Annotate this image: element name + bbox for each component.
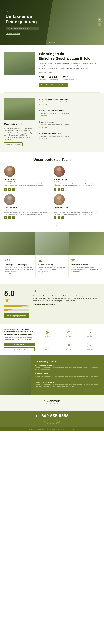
hero-arrows: ⌃ ⌄ <box>98 18 101 26</box>
partner-label-5: COMPANY <box>66 348 71 350</box>
partner-logo-2: COMPANY <box>59 330 78 338</box>
services-footer-link[interactable]: Ärmed vom Freepik <box>47 282 57 283</box>
partners-cta-2[interactable]: MEHR ERFAHREN <box>4 347 35 351</box>
social-linkedin-jeffrey[interactable]: in <box>12 188 15 191</box>
hero-dots <box>49 42 55 43</box>
social-linkedin-ann[interactable]: in <box>61 188 64 191</box>
service-link-3[interactable]: Mehr erfahren <box>71 273 79 275</box>
service-text-2: Excepteur sint occaecat cupidatat provid… <box>38 266 66 272</box>
silhouette-head-ann <box>57 168 61 172</box>
who-title: Wer wir sind <box>4 123 35 126</box>
bring-content: Wir bringen Ihr tägliches Geschäft zum E… <box>39 52 100 87</box>
partner-label-4: COMPANY <box>44 348 50 350</box>
hero-link[interactable]: Alles rund um Finanzen <box>5 33 20 34</box>
social-facebook-ann[interactable]: f <box>54 188 56 191</box>
team-role-rosie: Verkäuferin <box>54 209 61 211</box>
projects-cta-button[interactable]: UNSERE PROJEKTE ZEIGEN → <box>39 83 68 87</box>
footer-social-twitter[interactable]: X <box>50 420 54 424</box>
who-item-link-2[interactable]: Mehr erfahren <box>39 115 100 116</box>
who-item-link-3[interactable]: Mehr erfahren <box>39 126 100 128</box>
hero-arrow-up[interactable]: ⌃ <box>98 18 101 22</box>
silhouette-head <box>8 168 12 172</box>
hero-search-input[interactable] <box>7 28 29 30</box>
team-card-ann: Ann Richmond Manager aeguepti. Litin pos… <box>54 166 100 191</box>
hero-background-image <box>46 0 104 44</box>
team-title: Unser perfektes Team <box>4 158 100 162</box>
stat-unternehmens: 300+ Unternehmen <box>39 76 47 80</box>
who-item-link-4[interactable]: Mehr erfahren <box>39 138 100 139</box>
team-section: Unser perfektes Team Jeffrey Brown Ankun… <box>0 152 104 232</box>
stat-label-3: Zufriedene Mitdirnen <box>63 79 75 80</box>
join-item-2: Verändert Leben Sample text. Click to se… <box>35 373 100 379</box>
team-socials-jeffrey: f X in <box>4 188 15 191</box>
svg-point-1 <box>7 259 8 260</box>
bring-image <box>4 52 35 75</box>
who-item-text-1: Sample fax. Click to ester so from Your … <box>39 101 100 103</box>
who-item-text-2: Sample fax. Click to ester so from Your … <box>39 112 100 114</box>
who-learn-button[interactable]: ERFAHRE ES MEHR <box>4 142 23 146</box>
partner-icon-5 <box>66 342 72 348</box>
team-card-jeffrey: Jeffrey Brown Ankunamen Leiter aeguepti.… <box>4 166 50 191</box>
social-twitter-jeffrey[interactable]: X <box>8 188 11 191</box>
svg-text:O: O <box>47 332 48 334</box>
partner-logo-3: COMPANY <box>80 330 100 338</box>
footer-logo: COMPANY <box>4 399 100 402</box>
social-facebook-alex[interactable]: f <box>4 216 7 219</box>
hero-arrow-down[interactable]: ⌄ <box>98 23 101 26</box>
who-item-1: Unsere Mitarbeiter und Führung Sample fa… <box>39 98 100 107</box>
partners-section: Schließen Sie sich über 1.000 Softwareun… <box>0 324 104 356</box>
social-facebook-rosie[interactable]: f <box>54 216 56 219</box>
svg-rect-9 <box>69 344 70 345</box>
partner-label-3: COMPANY <box>87 336 93 338</box>
footer-nav-link-1[interactable]: JANE SCHREIBE UNS EIN <box>17 406 36 408</box>
footer-phone: +1 800 555 5555 <box>3 414 101 418</box>
social-linkedin-alex[interactable]: in <box>12 216 15 219</box>
hero-dot-2[interactable] <box>51 42 52 43</box>
footer-nav-link-3[interactable]: WEITERE INFORMATIONEN ZU HEINEN <box>59 406 87 408</box>
team-role-ann: Manager <box>54 181 59 182</box>
review-bar-4 <box>4 309 29 310</box>
svg-marker-3 <box>71 258 75 262</box>
team-footer-link[interactable]: Bilder vom Freepik <box>47 225 57 227</box>
join-title: Der Bewegung beitreten <box>35 360 100 362</box>
footer-social-facebook[interactable]: f <box>44 420 48 424</box>
who-item-link-1[interactable]: Mehr erfahren <box>39 104 100 105</box>
svg-marker-12 <box>89 344 91 346</box>
hero-dot-4[interactable] <box>54 42 55 43</box>
service-link-2[interactable]: Mehr erfahren <box>38 273 46 275</box>
service-image-2 <box>35 232 69 254</box>
review-cta-button[interactable]: SEHEN SIE EINE UNSERER ÜBERPRÜFUNGEN <box>4 313 29 318</box>
hero-dot-3[interactable] <box>52 42 53 43</box>
hero-dot-1[interactable] <box>49 42 50 43</box>
partners-title: Schließen Sie sich über 1.000 Softwareun… <box>4 328 35 336</box>
service-image-1 <box>0 232 35 254</box>
footer-socials: f X in <box>3 420 101 424</box>
footer-social-instagram[interactable]: in <box>56 420 60 424</box>
review-right: " Sed dignissim lacinia nunc. Curabitur … <box>33 290 100 305</box>
silhouette-jeffrey <box>4 166 15 177</box>
social-twitter-alex[interactable]: X <box>8 216 11 219</box>
join-image <box>0 356 31 395</box>
team-desc-alex: aeguepti. Litin posuere fames. Duis de I… <box>4 212 50 215</box>
hero-search-wrap[interactable] <box>5 27 39 30</box>
footer-nav-link-2[interactable]: KONTAKTIEREN SIE UNS <box>38 406 56 408</box>
partners-cta-1[interactable]: DATEN AUFLISTEN <box>4 342 35 346</box>
service-icon-2 <box>38 258 43 262</box>
social-twitter-ann[interactable]: X <box>57 188 60 191</box>
bring-link[interactable]: Alles rund um Finanzen <box>39 72 100 73</box>
svg-rect-6 <box>67 332 70 333</box>
silhouette-rosie <box>54 194 65 205</box>
social-facebook-jeffrey[interactable]: f <box>4 188 7 191</box>
partners-logos: O COMPANY COMPANY COMPANY COMPANY <box>37 328 100 351</box>
social-linkedin-rosie[interactable]: in <box>61 216 64 219</box>
join-item-title-1: Der Bewegung beitreten <box>35 364 100 366</box>
service-title-1: Wirkungsvolle Beziehungen <box>5 264 27 266</box>
avatar-alex <box>4 194 15 205</box>
social-twitter-rosie[interactable]: X <box>57 216 60 219</box>
who-image <box>4 98 35 120</box>
service-link-1[interactable]: Mehr erfahren <box>5 273 13 275</box>
who-right: Unsere Mitarbeiter und Führung Sample fa… <box>39 98 100 146</box>
services-footer-label: Ärmed vom Freepik <box>0 280 104 284</box>
avatar-jeffrey <box>4 166 15 177</box>
partners-left: Schließen Sie sich über 1.000 Softwareun… <box>4 328 35 351</box>
